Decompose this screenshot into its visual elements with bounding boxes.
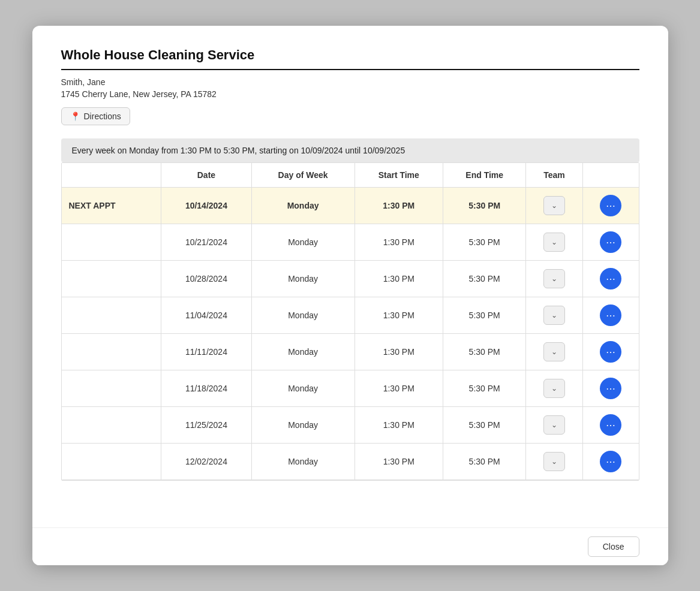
row-end-time: 5:30 PM (443, 407, 525, 444)
row-menu-button[interactable]: ⋯ (600, 378, 621, 399)
col-header-label (62, 163, 161, 188)
row-day: Monday (251, 334, 354, 370)
table-row: 11/11/2024Monday1:30 PM5:30 PM⌄⋯ (62, 334, 639, 370)
team-dropdown-button[interactable]: ⌄ (543, 379, 565, 398)
directions-label: Directions (84, 111, 121, 121)
appointments-table: Date Day of Week Start Time End Time Tea… (62, 163, 639, 480)
row-end-time: 5:30 PM (443, 334, 525, 370)
row-menu-button[interactable]: ⋯ (600, 268, 621, 290)
team-dropdown-button[interactable]: ⌄ (543, 196, 565, 215)
row-actions[interactable]: ⋯ (582, 444, 638, 480)
row-day: Monday (251, 261, 354, 297)
row-menu-button[interactable]: ⋯ (600, 195, 621, 216)
row-actions[interactable]: ⋯ (582, 407, 638, 444)
schedule-banner: Every week on Monday from 1:30 PM to 5:3… (61, 138, 639, 162)
directions-button[interactable]: 📍 Directions (61, 107, 130, 125)
row-actions[interactable]: ⋯ (582, 370, 638, 407)
team-dropdown-button[interactable]: ⌄ (543, 233, 565, 252)
team-dropdown-button[interactable]: ⌄ (543, 342, 565, 361)
row-label (62, 370, 161, 407)
row-label (62, 224, 161, 261)
row-day: Monday (251, 370, 354, 407)
client-address: 1745 Cherry Lane, New Jersey, PA 15782 (61, 89, 639, 99)
row-menu-button[interactable]: ⋯ (600, 414, 621, 436)
row-actions[interactable]: ⋯ (582, 224, 638, 261)
col-header-day: Day of Week (251, 163, 354, 188)
row-date: 11/18/2024 (161, 370, 252, 407)
row-menu-button[interactable]: ⋯ (600, 304, 621, 326)
row-date: 10/21/2024 (161, 224, 252, 261)
row-start-time: 1:30 PM (354, 444, 443, 480)
pin-icon: 📍 (70, 111, 80, 121)
table-row: 10/28/2024Monday1:30 PM5:30 PM⌄⋯ (62, 261, 639, 297)
team-dropdown-button[interactable]: ⌄ (543, 415, 565, 435)
table-row: 11/18/2024Monday1:30 PM5:30 PM⌄⋯ (62, 370, 639, 407)
table-row: 11/25/2024Monday1:30 PM5:30 PM⌄⋯ (62, 407, 639, 444)
row-end-time: 5:30 PM (443, 370, 525, 407)
row-date: 10/14/2024 (161, 188, 252, 224)
close-button[interactable]: Close (588, 536, 639, 557)
row-team[interactable]: ⌄ (526, 224, 582, 261)
row-start-time: 1:30 PM (354, 370, 443, 407)
row-day: Monday (251, 188, 354, 224)
row-team[interactable]: ⌄ (526, 407, 582, 444)
col-header-start: Start Time (354, 163, 443, 188)
team-dropdown-button[interactable]: ⌄ (543, 306, 565, 325)
modal-container: Whole House Cleaning Service Smith, Jane… (32, 26, 668, 565)
row-date: 11/25/2024 (161, 407, 252, 444)
row-day: Monday (251, 224, 354, 261)
row-label (62, 297, 161, 334)
team-dropdown-button[interactable]: ⌄ (543, 269, 565, 288)
row-team[interactable]: ⌄ (526, 188, 582, 224)
row-date: 11/04/2024 (161, 297, 252, 334)
row-label (62, 261, 161, 297)
row-end-time: 5:30 PM (443, 297, 525, 334)
col-header-date: Date (161, 163, 252, 188)
table-row: 12/02/2024Monday1:30 PM5:30 PM⌄⋯ (62, 444, 639, 480)
row-menu-button[interactable]: ⋯ (600, 451, 621, 472)
row-start-time: 1:30 PM (354, 407, 443, 444)
row-label (62, 444, 161, 480)
row-end-time: 5:30 PM (443, 444, 525, 480)
row-end-time: 5:30 PM (443, 188, 525, 224)
row-team[interactable]: ⌄ (526, 444, 582, 480)
table-body: NEXT APPT10/14/2024Monday1:30 PM5:30 PM⌄… (62, 188, 639, 480)
row-date: 11/11/2024 (161, 334, 252, 370)
row-menu-button[interactable]: ⋯ (600, 341, 621, 363)
row-end-time: 5:30 PM (443, 224, 525, 261)
row-menu-button[interactable]: ⋯ (600, 231, 621, 253)
row-start-time: 1:30 PM (354, 224, 443, 261)
col-header-actions (582, 163, 638, 188)
title-divider (61, 69, 639, 70)
table-row: 10/21/2024Monday1:30 PM5:30 PM⌄⋯ (62, 224, 639, 261)
row-team[interactable]: ⌄ (526, 370, 582, 407)
appointments-table-container: Date Day of Week Start Time End Time Tea… (61, 162, 639, 481)
table-row: NEXT APPT10/14/2024Monday1:30 PM5:30 PM⌄… (62, 188, 639, 224)
col-header-team: Team (526, 163, 582, 188)
table-header-row: Date Day of Week Start Time End Time Tea… (62, 163, 639, 188)
modal-footer: Close (32, 527, 668, 565)
row-actions[interactable]: ⋯ (582, 188, 638, 224)
row-actions[interactable]: ⋯ (582, 297, 638, 334)
row-start-time: 1:30 PM (354, 297, 443, 334)
row-start-time: 1:30 PM (354, 188, 443, 224)
col-header-end: End Time (443, 163, 525, 188)
row-day: Monday (251, 297, 354, 334)
row-label: NEXT APPT (62, 188, 161, 224)
row-actions[interactable]: ⋯ (582, 261, 638, 297)
row-team[interactable]: ⌄ (526, 261, 582, 297)
page-title: Whole House Cleaning Service (61, 47, 639, 63)
row-label (62, 334, 161, 370)
row-actions[interactable]: ⋯ (582, 334, 638, 370)
client-name: Smith, Jane (61, 77, 639, 87)
row-team[interactable]: ⌄ (526, 334, 582, 370)
row-date: 12/02/2024 (161, 444, 252, 480)
row-date: 10/28/2024 (161, 261, 252, 297)
row-day: Monday (251, 407, 354, 444)
row-end-time: 5:30 PM (443, 261, 525, 297)
team-dropdown-button[interactable]: ⌄ (543, 452, 565, 471)
row-label (62, 407, 161, 444)
row-start-time: 1:30 PM (354, 334, 443, 370)
table-row: 11/04/2024Monday1:30 PM5:30 PM⌄⋯ (62, 297, 639, 334)
row-team[interactable]: ⌄ (526, 297, 582, 334)
